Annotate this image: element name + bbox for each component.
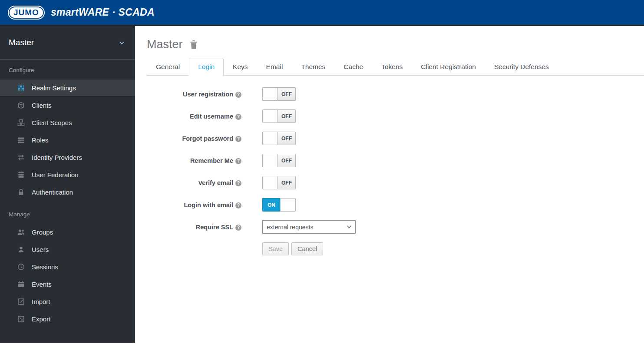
toggle-handle (262, 154, 278, 167)
sidebar-item-users[interactable]: Users (0, 241, 135, 258)
realm-selector-label: Master (9, 38, 34, 47)
sidebar-item-import[interactable]: Import (0, 293, 135, 310)
toggle-login-with-email[interactable]: ON (262, 198, 296, 212)
import-icon (17, 298, 25, 305)
export-icon (17, 315, 25, 323)
save-button[interactable]: Save (262, 242, 289, 255)
sidebar-item-label: Groups (32, 228, 53, 236)
calendar-icon (17, 281, 25, 288)
toggle-handle (262, 87, 278, 101)
sidebar-item-label: Users (32, 246, 49, 253)
sidebar-item-label: Roles (32, 136, 48, 144)
cubes-icon (17, 119, 25, 126)
sidebar-item-label: Export (32, 315, 50, 323)
brand-title: smartWARE · SCADA (51, 7, 155, 18)
toggle-state-label: ON (262, 198, 280, 212)
toggle-handle (262, 132, 278, 145)
tab-bar: General Login Keys Email Themes Cache To… (147, 59, 644, 76)
sidebar-item-label: Client Scopes (32, 119, 72, 126)
help-icon[interactable]: ? (235, 114, 241, 120)
sidebar-item-client-scopes[interactable]: Client Scopes (0, 114, 135, 131)
database-icon (17, 171, 25, 179)
help-icon[interactable]: ? (235, 180, 241, 186)
help-icon[interactable]: ? (235, 202, 241, 208)
tab-security-defenses[interactable]: Security Defenses (485, 59, 558, 76)
main-content: Master General Login Keys Email Themes C… (135, 26, 644, 343)
tab-client-registration[interactable]: Client Registration (412, 59, 485, 76)
realm-selector[interactable]: Master (0, 26, 135, 60)
sidebar-item-label: Events (32, 281, 52, 288)
group-icon (17, 228, 25, 236)
sidebar: Master Configure Realm Settings Clients (0, 26, 135, 343)
jumo-logo-text: JUMO (13, 8, 39, 17)
tab-tokens[interactable]: Tokens (372, 59, 412, 76)
toggle-handle (280, 198, 296, 212)
toggle-remember-me[interactable]: OFF (262, 154, 296, 167)
toggle-state-label: OFF (278, 87, 296, 101)
trash-icon (189, 40, 198, 50)
sidebar-item-label: Import (32, 298, 50, 305)
clock-icon (17, 263, 25, 271)
tab-email[interactable]: Email (257, 59, 292, 76)
toggle-state-label: OFF (278, 154, 296, 167)
sidebar-item-roles[interactable]: Roles (0, 131, 135, 149)
tab-keys[interactable]: Keys (224, 59, 257, 76)
exchange-arrows-icon (17, 154, 25, 161)
sidebar-item-groups[interactable]: Groups (0, 223, 135, 241)
tab-themes[interactable]: Themes (292, 59, 334, 76)
toggle-handle (262, 176, 278, 189)
sidebar-item-label: User Federation (32, 171, 79, 179)
sidebar-section-configure: Configure (0, 60, 135, 77)
delete-realm-button[interactable] (189, 40, 198, 50)
toggle-user-registration[interactable]: OFF (262, 87, 296, 101)
sidebar-item-authentication[interactable]: Authentication (0, 183, 135, 201)
sidebar-item-label: Authentication (32, 189, 73, 196)
toggle-state-label: OFF (278, 176, 296, 189)
field-label-remember-me: Remember Me? (147, 157, 241, 164)
sidebar-item-events[interactable]: Events (0, 275, 135, 293)
page-title: Master (147, 38, 183, 51)
tasks-icon (17, 136, 25, 144)
sidebar-item-label: Identity Providers (32, 154, 82, 161)
sidebar-item-identity-providers[interactable]: Identity Providers (0, 149, 135, 166)
toggle-edit-username[interactable]: OFF (262, 109, 296, 123)
field-label-login-with-email: Login with email? (147, 202, 241, 208)
toggle-verify-email[interactable]: OFF (262, 176, 296, 189)
topbar: JUMO smartWARE · SCADA (0, 0, 644, 26)
sidebar-item-label: Sessions (32, 263, 58, 271)
field-label-user-registration: User registration? (147, 91, 241, 98)
chevron-down-icon (119, 40, 125, 46)
sidebar-section-manage: Manage (0, 201, 135, 222)
sidebar-item-label: Clients (32, 102, 52, 109)
toggle-state-label: OFF (278, 109, 296, 123)
field-label-forgot-password: Forgot password? (147, 135, 241, 142)
sidebar-item-user-federation[interactable]: User Federation (0, 166, 135, 183)
field-label-require-ssl: Require SSL? (147, 224, 241, 231)
sidebar-item-export[interactable]: Export (0, 310, 135, 327)
user-icon (17, 246, 25, 253)
tab-cache[interactable]: Cache (334, 59, 372, 76)
cancel-button[interactable]: Cancel (291, 242, 323, 255)
sidebar-item-label: Realm Settings (32, 84, 76, 92)
tab-general[interactable]: General (147, 59, 189, 76)
cube-icon (17, 102, 25, 109)
login-settings-form: User registration? OFF Edit username? OF… (147, 87, 644, 255)
jumo-logo[interactable]: JUMO smartWARE · SCADA (8, 6, 155, 20)
toggle-handle (262, 109, 278, 123)
sidebar-item-sessions[interactable]: Sessions (0, 258, 135, 275)
toggle-state-label: OFF (278, 132, 296, 145)
sidebar-item-clients[interactable]: Clients (0, 96, 135, 114)
require-ssl-select[interactable]: external requests (262, 220, 356, 234)
help-icon[interactable]: ? (235, 136, 241, 142)
jumo-logo-badge: JUMO (8, 6, 45, 20)
sidebar-item-realm-settings[interactable]: Realm Settings (0, 79, 135, 96)
field-label-edit-username: Edit username? (147, 113, 241, 120)
help-icon[interactable]: ? (235, 158, 241, 164)
help-icon[interactable]: ? (235, 225, 241, 231)
sliders-icon (17, 84, 25, 92)
help-icon[interactable]: ? (235, 92, 241, 98)
tab-login[interactable]: Login (189, 59, 224, 76)
toggle-forgot-password[interactable]: OFF (262, 132, 296, 145)
lock-icon (17, 189, 25, 196)
field-label-verify-email: Verify email? (147, 179, 241, 186)
